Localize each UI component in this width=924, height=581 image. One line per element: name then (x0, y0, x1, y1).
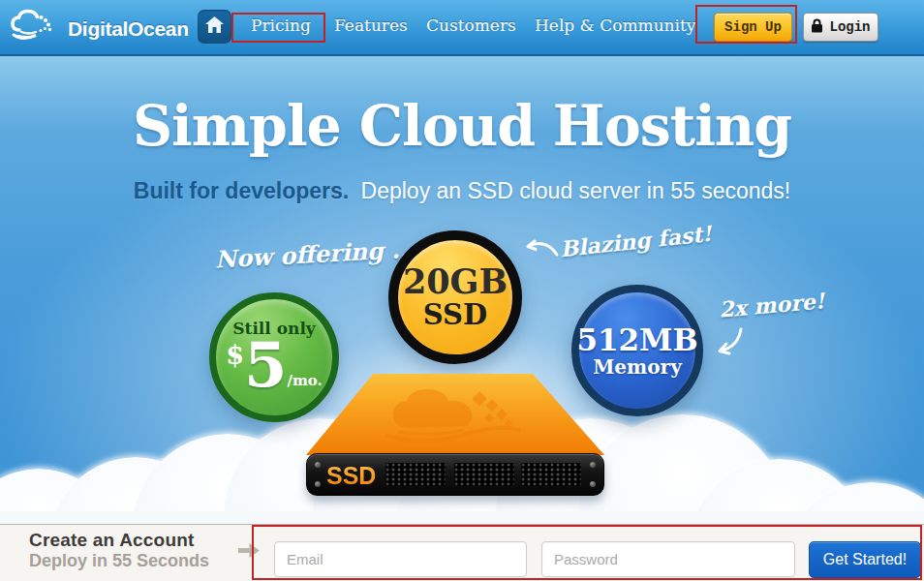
home-nav-button[interactable] (198, 10, 231, 44)
nav-link-help-community[interactable]: Help & Community (535, 15, 695, 35)
currency-symbol: $ (226, 342, 244, 368)
signup-heading: Create an Account (29, 530, 195, 551)
server-top (306, 374, 604, 455)
curved-arrow-down-left-icon (712, 325, 745, 360)
annotation-box-pricing (231, 13, 325, 43)
memory-badge-label: Memory (593, 356, 682, 378)
login-label: Login (829, 19, 870, 35)
curved-arrow-left-icon (524, 235, 559, 264)
signup-subheading: Deploy in 55 Seconds (29, 551, 209, 571)
note-2x-more: 2x more! (718, 288, 825, 321)
screw-icon (315, 481, 321, 487)
server-vent (521, 463, 581, 486)
nav-link-customers[interactable]: Customers (426, 15, 516, 35)
screw-icon (590, 462, 596, 468)
brand-name: DigitalOcean (68, 17, 189, 41)
cloud-base (0, 511, 924, 524)
login-button[interactable]: Login (803, 13, 878, 42)
annotation-box-signup (695, 5, 797, 44)
memory-badge-size: 512MB (576, 323, 697, 356)
hero-title: Simple Cloud Hosting (0, 93, 924, 158)
lock-icon (811, 18, 823, 37)
server-vent (385, 463, 446, 486)
price-value: 5 (244, 334, 288, 396)
hero-subtitle-rest: Deploy an SSD cloud server in 55 seconds… (361, 178, 791, 203)
ssd-badge: 20GB SSD (388, 230, 522, 364)
brand[interactable]: DigitalOcean (10, 9, 189, 49)
screw-icon (590, 481, 596, 487)
annotation-box-signup-form (252, 525, 922, 580)
cloud-logo-icon (10, 9, 60, 49)
hero-subtitle: Built for developers. Deploy an SSD clou… (0, 178, 924, 204)
note-blazing-fast: Blazing fast! (559, 221, 713, 261)
server-front-panel: SSD (306, 453, 604, 496)
ssd-badge-label: SSD (423, 300, 487, 329)
nav-link-features[interactable]: Features (334, 15, 408, 35)
home-icon (205, 16, 224, 37)
hero-section: Simple Cloud Hosting Built for developer… (0, 56, 924, 524)
digitalocean-homepage: DigitalOcean Pricing Features Customers … (0, 0, 924, 581)
note-now-offering: Now offering ... (214, 235, 416, 274)
server-illustration: SSD (306, 374, 604, 504)
server-cloud-logo-icon (374, 387, 539, 449)
ssd-badge-size: 20GB (403, 264, 508, 300)
hero-subtitle-bold: Built for developers. (134, 178, 349, 203)
server-ssd-label: SSD (326, 462, 376, 490)
server-vent (454, 463, 514, 486)
screw-icon (315, 462, 321, 468)
